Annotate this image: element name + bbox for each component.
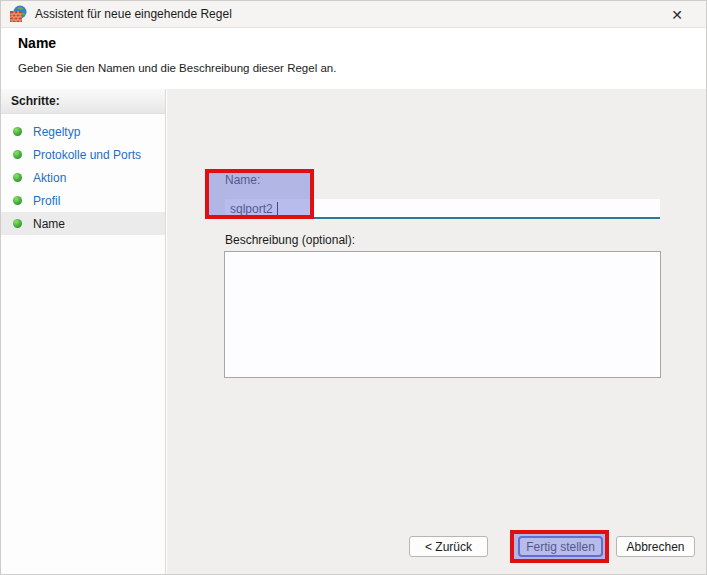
title-bar: Assistent für neue eingehende Regel ✕ — [1, 1, 706, 28]
sidebar-item-label: Regeltyp — [33, 125, 80, 139]
wizard-window: Assistent für neue eingehende Regel ✕ Na… — [0, 0, 707, 575]
back-button[interactable]: < Zurück — [409, 536, 488, 557]
main-panel: Name: Beschreibung (optional): < Zurück … — [167, 89, 707, 575]
steps-list: Regeltyp Protokolle und Ports Aktion Pro… — [1, 114, 165, 235]
green-step-bullet-icon — [13, 173, 22, 182]
green-step-bullet-icon — [13, 127, 22, 136]
steps-heading: Schritte: — [1, 89, 165, 114]
sidebar-item-label: Profil — [33, 194, 60, 208]
name-field-label: Name: — [225, 173, 260, 187]
window-title: Assistent für neue eingehende Regel — [35, 7, 232, 21]
sidebar-item-aktion[interactable]: Aktion — [1, 166, 165, 189]
name-input[interactable] — [225, 199, 660, 219]
sidebar-item-regeltyp[interactable]: Regeltyp — [1, 120, 165, 143]
description-textarea[interactable] — [224, 251, 661, 378]
green-step-bullet-icon — [13, 150, 22, 159]
page-title: Name — [18, 35, 56, 51]
green-step-bullet-icon — [13, 196, 22, 205]
sidebar-item-label: Protokolle und Ports — [33, 148, 141, 162]
text-caret — [277, 202, 278, 216]
page-subtitle: Geben Sie den Namen und die Beschreibung… — [18, 62, 336, 74]
sidebar-item-protokolle-und-ports[interactable]: Protokolle und Ports — [1, 143, 165, 166]
sidebar-item-name[interactable]: Name — [1, 212, 165, 235]
firewall-icon — [9, 5, 27, 23]
sidebar-item-profil[interactable]: Profil — [1, 189, 165, 212]
finish-button[interactable]: Fertig stellen — [518, 536, 603, 557]
close-button[interactable]: ✕ — [660, 1, 694, 28]
sidebar-item-label: Aktion — [33, 171, 66, 185]
green-step-bullet-icon — [13, 219, 22, 228]
wizard-header: Name Geben Sie den Namen und die Beschre… — [1, 29, 706, 89]
steps-sidebar: Schritte: Regeltyp Protokolle und Ports … — [1, 89, 166, 575]
cancel-button[interactable]: Abbrechen — [616, 536, 695, 557]
description-field-label: Beschreibung (optional): — [225, 233, 355, 247]
sidebar-item-label: Name — [33, 217, 65, 231]
